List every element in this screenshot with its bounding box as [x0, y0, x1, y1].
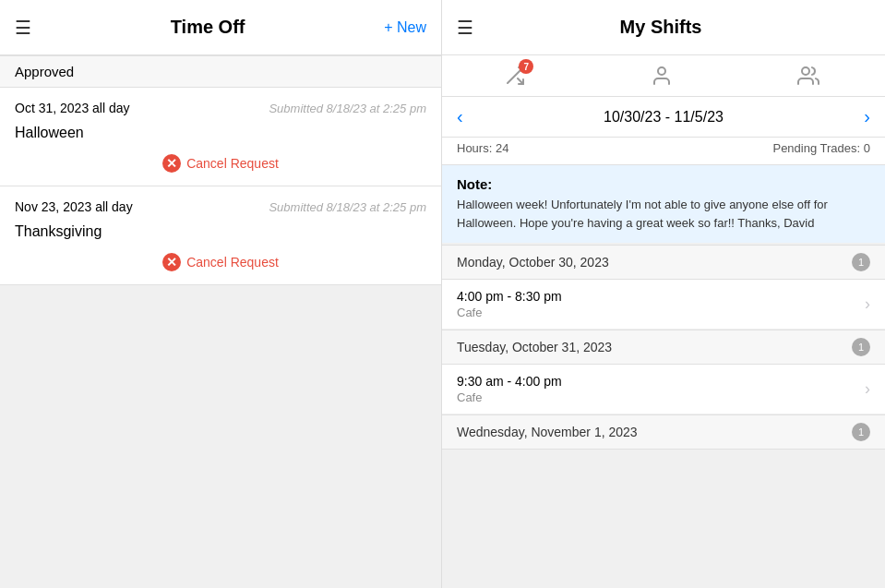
time-off-card-1: Oct 31, 2023 all day Submitted 8/18/23 a… [0, 88, 441, 186]
cancel-request-button-2[interactable]: ✕ Cancel Request [162, 253, 279, 271]
tab-bar: 7 [442, 55, 885, 97]
date-nav: ‹ 10/30/23 - 11/5/23 › [442, 97, 885, 138]
note-label: Note: [457, 176, 870, 192]
time-off-panel: ☰ Time Off + New Approved Oct 31, 2023 a… [0, 0, 442, 588]
day-count-0: 1 [852, 253, 870, 271]
svg-point-3 [802, 67, 809, 75]
card-top-2: Nov 23, 2023 all day Submitted 8/18/23 a… [0, 186, 441, 220]
prev-week-button[interactable]: ‹ [457, 106, 463, 127]
group-icon [797, 65, 823, 87]
pending-trades-label: Pending Trades: 0 [772, 141, 870, 155]
shift-time-0-0: 4:00 pm - 8:30 pm [457, 289, 562, 304]
tab-group[interactable] [797, 65, 823, 87]
right-menu-icon[interactable]: ☰ [457, 17, 473, 39]
card-top-1: Oct 31, 2023 all day Submitted 8/18/23 a… [0, 88, 441, 121]
shift-chevron-0-0: › [865, 294, 870, 314]
card-name-2: Thanksgiving [0, 220, 441, 247]
cancel-row-2: ✕ Cancel Request [0, 247, 441, 284]
card-date-2: Nov 23, 2023 all day [15, 199, 133, 214]
day-label-2: Wednesday, November 1, 2023 [457, 425, 638, 439]
day-label-0: Monday, October 30, 2023 [457, 255, 609, 270]
person-icon [651, 65, 673, 87]
cancel-icon-1: ✕ [162, 154, 181, 173]
time-off-card-2: Nov 23, 2023 all day Submitted 8/18/23 a… [0, 186, 441, 285]
shifts-list: Monday, October 30, 2023 1 4:00 pm - 8:3… [442, 245, 885, 588]
cancel-icon-2: ✕ [162, 253, 181, 271]
note-text: Halloween week! Unfortunately I'm not ab… [457, 196, 870, 232]
shift-info-0-0: 4:00 pm - 8:30 pm Cafe [457, 289, 562, 319]
card-submitted-2: Submitted 8/18/23 at 2:25 pm [269, 200, 426, 214]
right-header: ☰ My Shifts [442, 0, 885, 55]
shift-item-0-0[interactable]: 4:00 pm - 8:30 pm Cafe › [442, 280, 885, 330]
my-shifts-panel: ☰ My Shifts 7 [442, 0, 885, 588]
hours-row: Hours: 24 Pending Trades: 0 [442, 138, 885, 165]
approved-section-header: Approved [0, 55, 441, 88]
left-page-title: Time Off [171, 17, 245, 38]
next-week-button[interactable]: › [864, 106, 870, 127]
note-section: Note: Halloween week! Unfortunately I'm … [442, 165, 885, 243]
day-label-1: Tuesday, October 31, 2023 [457, 340, 612, 354]
day-count-2: 1 [852, 423, 870, 441]
cancel-label-2: Cancel Request [186, 255, 279, 270]
svg-point-2 [658, 67, 665, 75]
shift-time-1-0: 9:30 am - 4:00 pm [457, 374, 562, 389]
tab-trades[interactable]: 7 [504, 65, 526, 87]
right-page-title: My Shifts [620, 17, 702, 38]
day-header-2: Wednesday, November 1, 2023 1 [442, 414, 885, 450]
new-request-button[interactable]: + New [384, 19, 426, 36]
left-content: Approved Oct 31, 2023 all day Submitted … [0, 55, 441, 588]
card-name-1: Halloween [0, 121, 441, 149]
shift-info-1-0: 9:30 am - 4:00 pm Cafe [457, 374, 562, 404]
trades-badge: 7 [519, 59, 533, 74]
card-submitted-1: Submitted 8/18/23 at 2:25 pm [269, 102, 426, 115]
hours-label: Hours: 24 [457, 141, 508, 155]
shift-location-0-0: Cafe [457, 306, 562, 319]
cancel-row-1: ✕ Cancel Request [0, 149, 441, 186]
shift-location-1-0: Cafe [457, 390, 562, 404]
cancel-request-button-1[interactable]: ✕ Cancel Request [162, 154, 279, 173]
date-range-label: 10/30/23 - 11/5/23 [604, 109, 724, 126]
card-date-1: Oct 31, 2023 all day [15, 101, 130, 115]
left-header: ☰ Time Off + New [0, 0, 441, 55]
left-menu-icon[interactable]: ☰ [15, 17, 31, 39]
cancel-label-1: Cancel Request [186, 156, 279, 171]
shift-item-1-0[interactable]: 9:30 am - 4:00 pm Cafe › [442, 365, 885, 414]
day-header-1: Tuesday, October 31, 2023 1 [442, 330, 885, 365]
day-count-1: 1 [852, 338, 870, 356]
day-header-0: Monday, October 30, 2023 1 [442, 245, 885, 280]
shift-chevron-1-0: › [865, 379, 870, 399]
tab-person[interactable] [651, 65, 673, 87]
